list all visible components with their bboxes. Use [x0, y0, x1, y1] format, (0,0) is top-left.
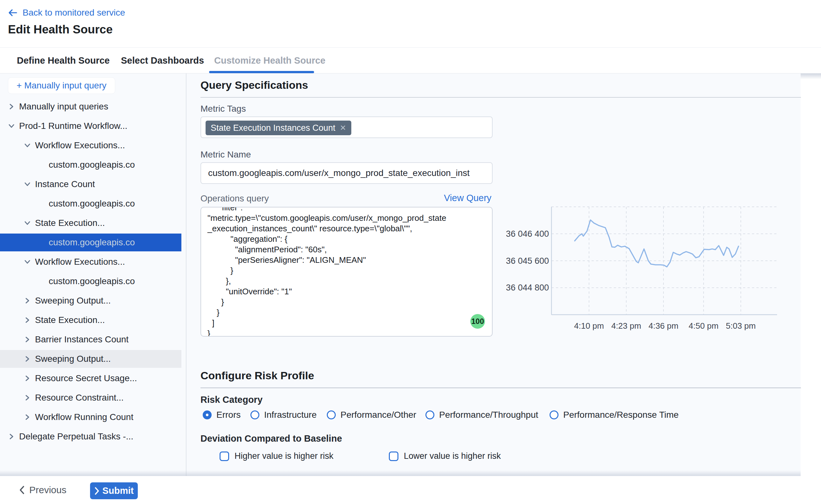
tree-item-4[interactable]: Instance Count	[0, 175, 186, 193]
risk-radio-errors[interactable]: Errors	[203, 410, 241, 420]
metric-tree: Manually input queriesProd-1 Runtime Wor…	[0, 98, 186, 447]
tree-item-label: Sweeping Output...	[35, 354, 111, 364]
remove-tag-icon[interactable]: ✕	[340, 123, 346, 132]
metric-timeseries-line	[575, 220, 739, 267]
tab-customize-health-source[interactable]: Customize Health Source	[214, 48, 326, 73]
x-axis-tick-label: 5:03 pm	[726, 321, 756, 331]
checkbox-label: Higher value is higher risk	[235, 451, 333, 461]
tree-item-3[interactable]: custom.googleapis.co	[0, 156, 186, 174]
tree-item-label: State Execution...	[35, 218, 105, 228]
view-query-link[interactable]: View Query	[444, 193, 491, 203]
deviation-checkbox-higher[interactable]: Higher value is higher risk	[220, 451, 333, 461]
chevron-left-icon	[19, 486, 25, 494]
previous-button-label: Previous	[29, 485, 67, 495]
tree-item-label: custom.googleapis.co	[49, 237, 135, 248]
radio-label: Infrastructure	[264, 410, 317, 420]
tree-item-label: Sweeping Output...	[35, 296, 111, 306]
panel-bottom-shadow	[0, 470, 801, 476]
x-axis-tick-label: 4:10 pm	[574, 321, 604, 331]
chevron-right-icon[interactable]	[24, 317, 31, 324]
tab-bar: Define Health Source Select Dashboards C…	[0, 48, 821, 73]
chevron-right-icon[interactable]	[24, 355, 31, 362]
operations-query-textarea[interactable]: "filter": "metric.type=\"custom.googleap…	[200, 207, 493, 337]
back-arrow-icon	[8, 8, 18, 17]
risk-category-label: Risk Category	[200, 395, 263, 405]
tree-item-label: custom.googleapis.co	[49, 160, 135, 170]
radio-icon[interactable]	[425, 410, 434, 419]
chevron-down-icon[interactable]	[24, 220, 31, 227]
tree-item-8[interactable]: Workflow Executions...	[0, 253, 186, 271]
tree-item-15[interactable]: Resource Constraint...	[0, 389, 186, 407]
radio-icon[interactable]	[327, 410, 336, 419]
y-axis-tick-label: 36 045 600	[506, 256, 549, 266]
chevron-down-icon[interactable]	[8, 123, 15, 129]
back-to-monitored-service-link[interactable]: Back to monitored service	[8, 8, 125, 18]
radio-icon[interactable]	[250, 410, 259, 419]
tree-item-1[interactable]: Prod-1 Runtime Workflow...	[0, 117, 186, 135]
metric-name-field	[200, 162, 493, 184]
deviation-options: Higher value is higher riskLower value i…	[0, 451, 801, 464]
tree-item-label: custom.googleapis.co	[49, 276, 135, 286]
tree-item-7[interactable]: custom.googleapis.co	[0, 234, 186, 251]
risk-radio-infrastructure[interactable]: Infrastructure	[250, 410, 317, 420]
add-query-label: + Manually input query	[17, 81, 107, 91]
operations-query-label: Operations query	[200, 193, 269, 204]
metric-name-input[interactable]	[201, 163, 492, 183]
add-manual-query-button[interactable]: + Manually input query	[8, 77, 115, 94]
tree-item-6[interactable]: State Execution...	[0, 214, 186, 232]
tree-item-11[interactable]: State Execution...	[0, 311, 186, 329]
tree-item-9[interactable]: custom.googleapis.co	[0, 272, 186, 290]
edit-health-source-page: Back to monitored service Edit Health So…	[0, 0, 821, 504]
previous-button[interactable]: Previous	[19, 482, 67, 498]
tree-item-12[interactable]: Barrier Instances Count	[0, 331, 186, 348]
configure-risk-profile-title: Configure Risk Profile	[200, 369, 314, 382]
radio-selected-icon[interactable]	[203, 410, 212, 419]
chevron-right-icon[interactable]	[24, 297, 31, 304]
chevron-right-icon[interactable]	[24, 375, 31, 382]
tree-item-10[interactable]: Sweeping Output...	[0, 292, 186, 310]
risk-radio-performance-throughput[interactable]: Performance/Throughput	[425, 410, 538, 420]
tree-item-14[interactable]: Resource Secret Usage...	[0, 369, 186, 387]
risk-section-separator	[200, 388, 801, 388]
chevron-down-icon[interactable]	[24, 258, 31, 265]
deviation-checkbox-lower[interactable]: Lower value is higher risk	[389, 451, 501, 461]
chevron-down-icon[interactable]	[24, 142, 31, 149]
radio-label: Errors	[216, 410, 241, 420]
query-specifications-title: Query Specifications	[200, 79, 308, 91]
tree-item-label: State Execution...	[35, 315, 105, 325]
chevron-right-icon[interactable]	[8, 103, 15, 110]
tree-item-label: Delegate Perpetual Tasks -...	[19, 431, 133, 442]
submit-button-label: Submit	[102, 486, 134, 496]
metric-preview-chart: 36 046 40036 045 60036 044 8004:10 pm4:2…	[500, 204, 805, 337]
chevron-right-icon[interactable]	[24, 336, 31, 343]
tree-item-13[interactable]: Sweeping Output...	[0, 350, 186, 368]
risk-radio-performance-other[interactable]: Performance/Other	[327, 410, 416, 420]
metric-tags-field[interactable]: State Execution Instances Count ✕	[200, 116, 493, 138]
metric-name-label: Metric Name	[200, 150, 251, 160]
metric-tags-label: Metric Tags	[200, 104, 246, 114]
checkbox-icon[interactable]	[389, 451, 398, 461]
tree-item-label: Instance Count	[35, 179, 95, 189]
tree-item-label: Workflow Executions...	[35, 257, 125, 267]
chevron-down-icon[interactable]	[24, 181, 31, 188]
chevron-right-icon[interactable]	[24, 394, 31, 401]
tab-select-dashboards[interactable]: Select Dashboards	[121, 48, 204, 73]
y-axis-tick-label: 36 046 400	[506, 229, 549, 239]
radio-label: Performance/Response Time	[563, 410, 679, 420]
deviation-label: Deviation Compared to Baseline	[200, 433, 342, 444]
tree-item-label: Prod-1 Runtime Workflow...	[19, 121, 127, 131]
tab-define-health-source[interactable]: Define Health Source	[17, 48, 110, 73]
risk-radio-performance-response-time[interactable]: Performance/Response Time	[550, 410, 679, 420]
submit-button[interactable]: Submit	[90, 482, 138, 499]
tree-item-2[interactable]: Workflow Executions...	[0, 137, 186, 154]
tree-item-17[interactable]: Delegate Perpetual Tasks -...	[0, 428, 186, 445]
chevron-right-icon[interactable]	[8, 433, 15, 440]
footer-bar: Previous Submit	[0, 476, 821, 504]
tree-item-0[interactable]: Manually input queries	[0, 98, 186, 115]
back-link-label: Back to monitored service	[23, 8, 125, 18]
radio-icon[interactable]	[550, 410, 558, 419]
checkbox-icon[interactable]	[220, 451, 229, 461]
tree-item-label: custom.googleapis.co	[49, 199, 135, 209]
tree-item-5[interactable]: custom.googleapis.co	[0, 195, 186, 213]
metric-tag-chip-label: State Execution Instances Count	[211, 123, 335, 133]
